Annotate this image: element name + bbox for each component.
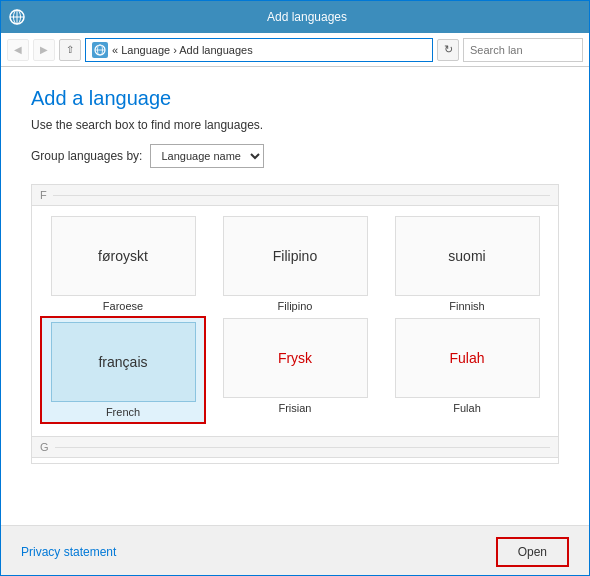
filipino-tile[interactable]: Filipino	[223, 216, 368, 296]
faroese-tile[interactable]: føroyskt	[51, 216, 196, 296]
group-by-row: Group languages by: Language name	[31, 144, 559, 168]
main-content: Add a language Use the search box to fin…	[1, 67, 589, 525]
refresh-button[interactable]: ↻	[437, 39, 459, 61]
finnish-tile[interactable]: suomi	[395, 216, 540, 296]
fulah-tile[interactable]: Fulah	[395, 318, 540, 398]
footer: Privacy statement Open	[1, 525, 589, 576]
fulah-label: Fulah	[453, 402, 481, 414]
list-item[interactable]: suomi Finnish	[386, 216, 548, 312]
group-by-select[interactable]: Language name	[150, 144, 264, 168]
title-bar: Add languages	[1, 1, 589, 33]
filipino-native: Filipino	[273, 248, 317, 264]
subtitle: Use the search box to find more language…	[31, 118, 559, 132]
faroese-label: Faroese	[103, 300, 143, 312]
breadcrumb: « Language › Add languages	[92, 42, 253, 58]
frisian-tile[interactable]: Frysk	[223, 318, 368, 398]
french-native: français	[98, 354, 147, 370]
language-grid-f-row1: føroyskt Faroese Filipino Filipino suomi…	[32, 206, 558, 322]
language-area: F føroyskt Faroese Filipino Filipino	[31, 184, 559, 464]
language-icon	[92, 42, 108, 58]
list-item[interactable]: føroyskt Faroese	[42, 216, 204, 312]
window-title: Add languages	[33, 10, 581, 24]
list-item[interactable]: Fulah Fulah	[386, 318, 548, 422]
privacy-link[interactable]: Privacy statement	[21, 545, 116, 559]
group-by-label: Group languages by:	[31, 149, 142, 163]
window: Add languages ◀ ▶ ⇧ « Language › Add lan…	[0, 0, 590, 576]
list-item[interactable]: français French	[42, 318, 204, 422]
search-input[interactable]	[463, 38, 583, 62]
fulah-native: Fulah	[449, 350, 484, 366]
up-button[interactable]: ⇧	[59, 39, 81, 61]
finnish-native: suomi	[448, 248, 485, 264]
open-button[interactable]: Open	[496, 537, 569, 567]
address-field[interactable]: « Language › Add languages	[85, 38, 433, 62]
back-button[interactable]: ◀	[7, 39, 29, 61]
breadcrumb-text: « Language › Add languages	[112, 44, 253, 56]
filipino-label: Filipino	[278, 300, 313, 312]
list-item[interactable]: Filipino Filipino	[214, 216, 376, 312]
language-grid-f-row2: français French Frysk Frisian Fulah Fula…	[32, 318, 558, 432]
list-item[interactable]: Frysk Frisian	[214, 318, 376, 422]
frisian-native: Frysk	[278, 350, 312, 366]
section-f-label: F	[32, 184, 558, 206]
page-title: Add a language	[31, 87, 559, 110]
frisian-label: Frisian	[278, 402, 311, 414]
globe-icon	[9, 9, 25, 25]
address-bar: ◀ ▶ ⇧ « Language › Add languages ↻	[1, 33, 589, 67]
faroese-native: føroyskt	[98, 248, 148, 264]
french-label: French	[106, 406, 140, 418]
forward-button[interactable]: ▶	[33, 39, 55, 61]
section-g-label: G	[32, 436, 558, 458]
finnish-label: Finnish	[449, 300, 484, 312]
french-tile[interactable]: français	[51, 322, 196, 402]
